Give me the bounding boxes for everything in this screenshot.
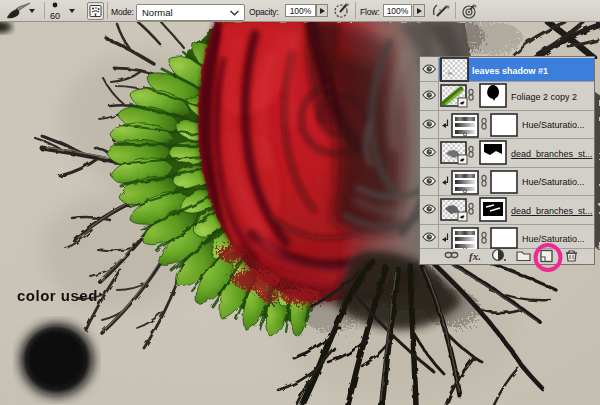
svg-text:leaves shadow #1: leaves shadow #1 — [472, 66, 548, 76]
svg-text:dead_branches_st...: dead_branches_st... — [511, 206, 593, 216]
svg-text:dead_branches_st...: dead_branches_st... — [511, 149, 593, 159]
svg-text:Hue/Saturatio...: Hue/Saturatio... — [522, 120, 585, 130]
svg-text:Hue/Saturatio...: Hue/Saturatio... — [522, 177, 585, 187]
svg-text:60: 60 — [50, 11, 60, 21]
svg-text:fx.: fx. — [469, 250, 481, 262]
svg-text:Foliage 2 copy 2: Foliage 2 copy 2 — [511, 92, 577, 102]
svg-text:color used:: color used: — [17, 287, 103, 304]
